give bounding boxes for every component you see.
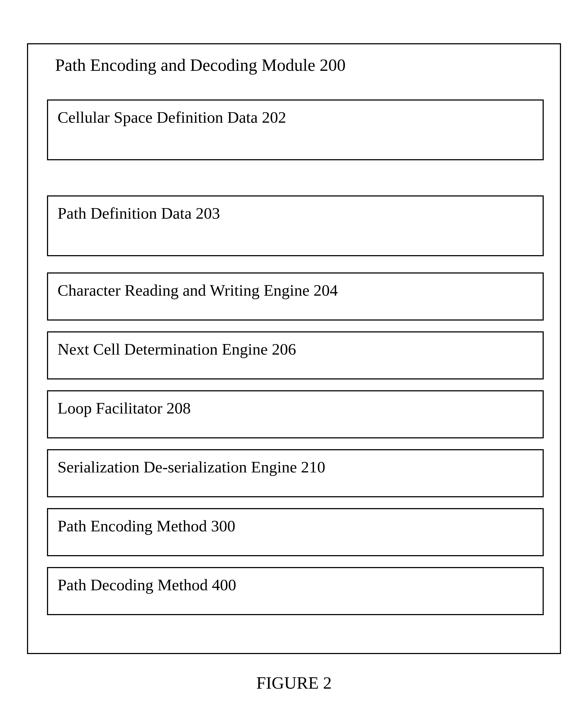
box-path-definition-data-203: Path Definition Data 203 [47, 195, 544, 256]
module-title: Path Encoding and Decoding Module 200 [47, 55, 544, 75]
box-loop-facilitator-208: Loop Facilitator 208 [47, 390, 544, 438]
box-path-encoding-method-300: Path Encoding Method 300 [47, 508, 544, 556]
box-serialization-deserialization-engine-210: Serialization De-serialization Engine 21… [47, 449, 544, 497]
box-character-reading-writing-engine-204: Character Reading and Writing Engine 204 [47, 273, 544, 321]
module-container: Path Encoding and Decoding Module 200 Ce… [27, 43, 561, 654]
page: Path Encoding and Decoding Module 200 Ce… [0, 0, 588, 720]
box-path-decoding-method-400: Path Decoding Method 400 [47, 567, 544, 615]
box-cellular-space-definition-data-202: Cellular Space Definition Data 202 [47, 99, 544, 160]
box-next-cell-determination-engine-206: Next Cell Determination Engine 206 [47, 331, 544, 379]
figure-caption: FIGURE 2 [27, 673, 561, 693]
